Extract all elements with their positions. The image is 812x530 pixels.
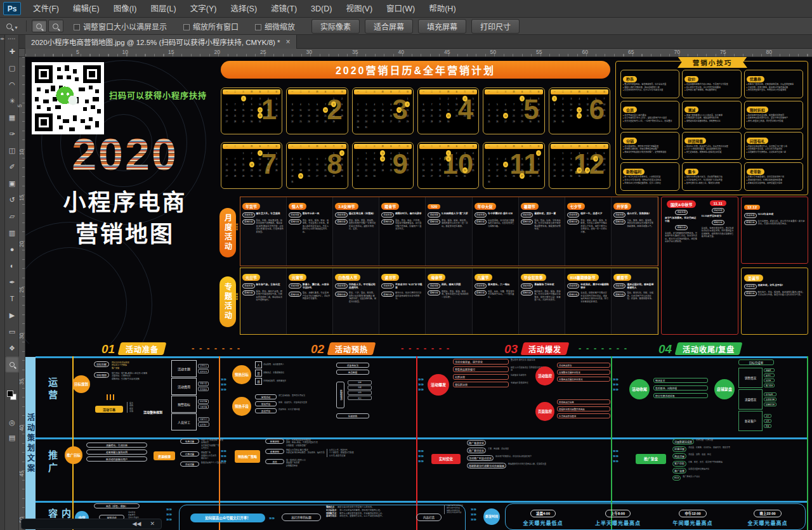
document-canvas[interactable]: 扫码可以获得小程序扶持 2020 小程序电商 营销地图 2020营销日历&全年营…: [25, 57, 812, 530]
tool-button[interactable]: ❖: [5, 340, 19, 356]
tool-button[interactable]: ◫: [5, 142, 19, 158]
theme-text: 白色情人节，不可错过的浪漫回礼: [349, 283, 377, 290]
option-button[interactable]: 填充屏幕: [418, 19, 466, 34]
tip-card: 分销 设立星级团队，拥有种子型销售联盟裂变老带新口碑机制，逐级返佣带动商品推广佣…: [620, 132, 679, 160]
industry-text: 全品类适用，年中优惠力度最强的大促活动，提前规划预售与爆款节奏。: [488, 219, 516, 228]
checkbox-icon[interactable]: [183, 24, 190, 30]
tool-button[interactable]: ✚: [5, 43, 19, 60]
theme-text: 暑期狂欢，清凉一夏: [534, 212, 556, 216]
tool-button[interactable]: ▶: [5, 307, 19, 323]
option-checkbox[interactable]: 细微缩放: [255, 21, 295, 32]
tip-card: 老带新 老客分享专属邀请码，双向奖励促进转介绍邀请进度可视化，阶梯奖励刺激持续邀…: [744, 162, 803, 191]
industry-label: 适用行业: [567, 292, 580, 297]
tool-button[interactable]: ▥: [5, 224, 19, 241]
promo-review-node: 推广复盘: [636, 454, 666, 464]
tip-bullet: 提前预告秒杀时间点，提升公众号/社群关注度: [623, 89, 677, 92]
menu-item[interactable]: 图像(I): [107, 0, 144, 18]
screen-mode-icon[interactable]: ▤: [5, 434, 19, 442]
ruler-number: 5: [16, 105, 23, 108]
industry-text: 食品、饮品、防晒、学生用品等，针对学生群体与亲子家庭推出暑期专场，搭配清凉好物专…: [534, 219, 563, 231]
menu-item[interactable]: 文字(Y): [183, 0, 224, 18]
tool-button[interactable]: ▢: [5, 60, 19, 76]
time-note: 全天曝光最高点: [730, 519, 805, 526]
content-build-node: 内容打造: [416, 514, 442, 521]
flow-arrows: »»»»»»: [221, 449, 226, 464]
option-checkbox[interactable]: 调整窗口大小以满屏显示: [74, 21, 167, 32]
resource-group: 活动流量 裂变活动用户个人号好友沉淀: [180, 462, 226, 467]
tool-button[interactable]: ◠: [5, 76, 19, 93]
review-row: 销售情况 销售额客单价毛利率推广成本: [738, 368, 776, 388]
tool-button[interactable]: ✑: [5, 126, 19, 142]
menu-item[interactable]: 选择(S): [223, 0, 264, 18]
tip-bullet: 集齐兑换大奖+保底小奖，维持参与热情: [684, 182, 738, 185]
menu-item[interactable]: 编辑(E): [66, 0, 107, 18]
tool-button[interactable]: ▱: [5, 208, 19, 224]
option-button[interactable]: 适合屏幕: [365, 19, 413, 34]
menu-bar: Ps 文件(F)编辑(E)图像(I)图层(L)文字(Y)选择(S)滤镜(T)3D…: [0, 0, 812, 18]
notification-bar[interactable]: ◀◀ ✕: [21, 519, 162, 529]
checkbox-icon[interactable]: [74, 24, 80, 30]
ruler-number: 75: [720, 49, 726, 55]
activity-title: 暑期节: [521, 203, 539, 210]
collapse-chevrons-icon[interactable]: ◀◀: [133, 521, 141, 527]
color-swatches[interactable]: [7, 391, 17, 401]
close-icon[interactable]: ✕: [150, 521, 155, 527]
menu-item[interactable]: 图层(L): [143, 0, 183, 18]
tab-close-icon[interactable]: ×: [286, 37, 291, 46]
option-button[interactable]: 打印尺寸: [471, 19, 520, 34]
ruler-number: 35: [18, 378, 25, 384]
monitor-node: 活动监控: [535, 366, 554, 385]
openrate-question: 如何提高公众号图文打开率！: [190, 514, 265, 522]
activity-card: 白色情人节 活动主题白色情人节，不可错过的浪漫回礼 适用行业美妆、个护、食品、鲜…: [333, 268, 379, 334]
tool-button[interactable]: ▣: [5, 175, 19, 191]
option-button[interactable]: 实际像素: [311, 19, 360, 34]
promo-review-row: 商品流量浏览量、加购、收藏、转化: [672, 453, 730, 459]
end-rows: 物流发货售后跟进、问题处理积分兑换活动返场: [653, 378, 708, 398]
ruler-number: 60: [582, 49, 588, 55]
goal-pill-row: 目标规划销售目标：销售额=客单价×转化率×访客数流量目标：订单转化率爆款目标：引…: [94, 372, 147, 380]
ruler-top: [25, 49, 812, 57]
data-track-items: 销量收藏加购转化: [348, 380, 372, 400]
tip-card: 满减 满减门槛按客单价1.3-1.5倍设置，拉升客单阶梯满减引导凑单，搭配凑单专…: [682, 101, 741, 129]
activity-title: 818暑期焕新节: [567, 274, 599, 281]
theme-label: 活动主题: [381, 283, 394, 288]
tool-button[interactable]: ✐: [5, 158, 19, 175]
activity-title: 踏青节: [381, 203, 399, 210]
toolbar-grip[interactable]: ▪▪▪▪: [5, 35, 18, 41]
time-pill: 中午12:00: [679, 510, 706, 517]
industry-text: 保健品、美妆、服饰、鲜花等，宣传主题可以是“给妈妈的一份礼物”。: [442, 290, 470, 299]
menu-item[interactable]: 帮助(H): [422, 0, 462, 18]
option-checkbox[interactable]: 缩放所有窗口: [183, 21, 239, 32]
warm-group: 新客获取 砍价：利用宝妈群体传播裂变拼团：新品+爆品，不贵质优更易引流分销裂变：…: [265, 439, 354, 447]
tool-button[interactable]: T: [5, 290, 19, 307]
tool-button[interactable]: ▦: [5, 109, 19, 126]
tool-button[interactable]: ◐: [5, 257, 19, 274]
quick-mask-icon[interactable]: ◎: [5, 418, 19, 427]
document-tab[interactable]: 2020小程序电商营销地图.jpg @ 12.5% (扫码可以获得小程序扶持, …: [25, 35, 297, 49]
tool-button[interactable]: ▭: [5, 323, 19, 340]
zoom-tool-icon[interactable]: ▼: [6, 20, 18, 32]
checkbox-icon[interactable]: [255, 24, 261, 30]
panel-expand-icon[interactable]: ◂▸: [0, 36, 4, 41]
industry-text: 图书行业、知识付费均可打折或优惠券促销节日读书购物节。: [395, 292, 424, 300]
menu-item[interactable]: 窗口(W): [379, 0, 422, 18]
industry-label: 适用行业: [428, 219, 440, 224]
photoshop-window: Ps 文件(F)编辑(E)图像(I)图层(L)文字(Y)选择(S)滤镜(T)3D…: [0, 0, 812, 530]
zoom-out-button[interactable]: [48, 20, 63, 32]
tool-button[interactable]: ↺: [5, 191, 19, 208]
tool-options-bar: ▼ 调整窗口大小以满屏显示缩放所有窗口细微缩放 实际像素适合屏幕填充屏幕打印尺寸: [0, 18, 812, 35]
promo-review-row: 客户分析访客、新老、会员、成交用户等画像数据: [672, 461, 730, 467]
tool-button[interactable]: [5, 356, 19, 373]
menu-item[interactable]: 视图(V): [339, 0, 379, 18]
menu-item[interactable]: 文件(F): [26, 0, 66, 18]
menu-item[interactable]: 滤镜(T): [264, 0, 304, 18]
theme-text: 爱你不止这一天: [303, 212, 320, 216]
foreground-color[interactable]: [7, 391, 13, 397]
collapsed-panel-strip[interactable]: [0, 35, 5, 530]
tool-button[interactable]: ●: [5, 241, 19, 257]
tool-button[interactable]: ✒: [5, 274, 19, 290]
ruler-number: 25: [260, 49, 266, 55]
menu-item[interactable]: 3D(D): [304, 0, 339, 18]
zoom-in-button[interactable]: [32, 20, 47, 32]
prep-table-row: 预警指标 库存预警流量预警: [171, 396, 209, 413]
